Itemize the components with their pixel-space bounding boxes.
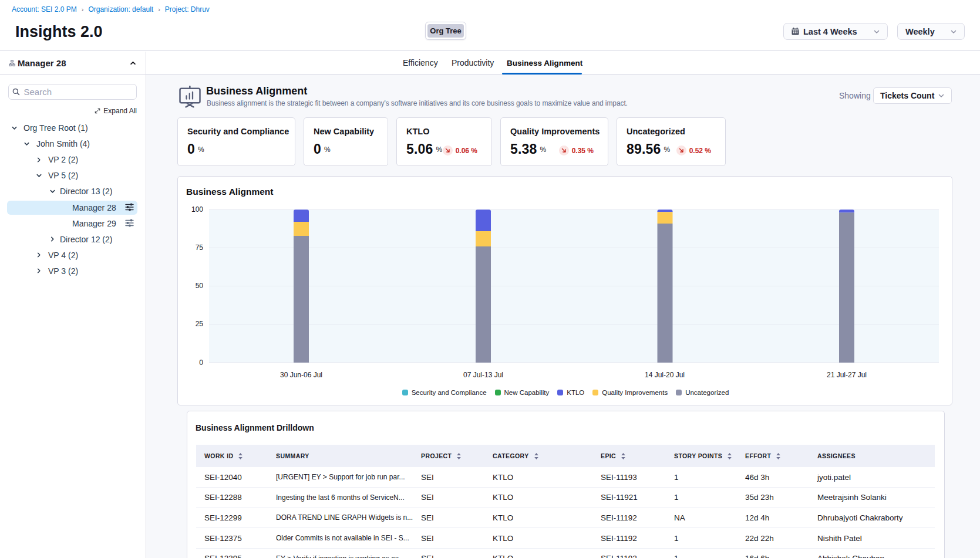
svg-text:21 Jul-27 Jul: 21 Jul-27 Jul (827, 371, 867, 379)
svg-text:30 Jun-06 Jul: 30 Jun-06 Jul (280, 371, 322, 379)
svg-text:14 Jul-20 Jul: 14 Jul-20 Jul (645, 371, 685, 379)
svg-text:75: 75 (196, 244, 204, 252)
svg-text:100: 100 (191, 205, 203, 214)
svg-text:25: 25 (196, 320, 204, 328)
svg-text:07 Jul-13 Jul: 07 Jul-13 Jul (463, 371, 503, 379)
svg-text:50: 50 (196, 282, 204, 290)
svg-text:0: 0 (199, 359, 203, 367)
